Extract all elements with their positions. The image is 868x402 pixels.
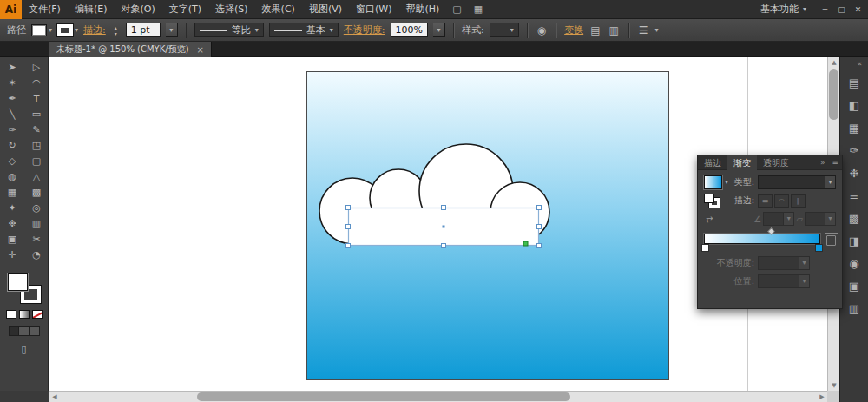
tool-selection[interactable]: ➤ — [0, 60, 24, 76]
reverse-gradient-icon[interactable]: ⇄ — [704, 214, 714, 224]
panel-icon-appearance[interactable]: ◉ — [840, 252, 868, 274]
menu-item[interactable]: 编辑(E) — [68, 0, 115, 19]
gradient-stop-start[interactable] — [701, 244, 709, 252]
tool-line-segment[interactable]: ╲ — [0, 107, 24, 122]
opacity-panel-link[interactable]: 不透明度: — [344, 23, 385, 36]
fill-color-control[interactable]: ▾ — [31, 24, 52, 36]
menu-item[interactable]: 窗口(W) — [349, 0, 398, 19]
tool-mesh[interactable]: ▦ — [0, 185, 24, 201]
tool-magic-wand[interactable]: ✶ — [0, 76, 24, 91]
tool-direct-selection[interactable]: ▷ — [24, 60, 49, 76]
draw-mode-buttons[interactable] — [9, 326, 40, 336]
delete-stop-icon[interactable] — [826, 235, 836, 246]
tool-zoom[interactable]: ◔ — [24, 247, 49, 263]
tool-symbol-sprayer[interactable]: ❉ — [0, 216, 24, 232]
gradient-swatch[interactable] — [704, 175, 722, 189]
minimize-button[interactable]: ─ — [817, 0, 833, 19]
recolor-artwork-icon[interactable]: ◉ — [536, 24, 548, 36]
tool-scale[interactable]: ◳ — [24, 138, 49, 154]
document-tab[interactable]: 未标题-1* @ 150% (CMYK/预览) × — [49, 42, 212, 57]
gradient-stop-end[interactable] — [815, 244, 823, 252]
close-button[interactable]: ✕ — [850, 0, 866, 19]
menu-item[interactable]: 文件(F) — [22, 0, 68, 19]
stroke-color-control[interactable]: ▾ — [57, 24, 78, 36]
workspace-switcher[interactable]: 基本功能 ▾ — [750, 3, 817, 16]
menu-item[interactable]: 帮助(H) — [398, 0, 446, 19]
stroke-panel-link[interactable]: 描边: — [83, 23, 106, 36]
gradient-type-select[interactable]: ▾ — [758, 175, 836, 189]
tool-column-graph[interactable]: ▥ — [24, 216, 49, 232]
distribute-icon[interactable]: ▥ — [608, 24, 621, 36]
tool-hand[interactable]: ✛ — [0, 247, 24, 263]
panel-icon-graphic-styles[interactable]: ▣ — [840, 274, 868, 297]
tool-type[interactable]: T — [24, 91, 49, 107]
color-button[interactable] — [6, 310, 16, 319]
tool-eyedropper[interactable]: ✦ — [0, 201, 24, 216]
stepper-down-icon[interactable]: ▾ — [111, 30, 121, 36]
menu-item[interactable]: 文字(T) — [162, 0, 208, 19]
horizontal-scroll-thumb[interactable] — [197, 392, 570, 401]
align-icon[interactable]: ▤ — [589, 24, 602, 36]
selection-handle[interactable] — [346, 206, 351, 210]
stroke-weight-dropdown[interactable]: ▾ — [166, 23, 178, 37]
stepper-up-icon[interactable]: ▴ — [111, 24, 121, 30]
panel-icon-layers[interactable]: ▥ — [840, 297, 868, 320]
close-tab-icon[interactable]: × — [197, 45, 204, 55]
tool-pencil[interactable]: ✎ — [24, 122, 49, 138]
menu-item[interactable]: 选择(S) — [208, 0, 255, 19]
gradient-fill-stroke-proxy[interactable] — [704, 194, 720, 208]
width-profile-select[interactable]: 等比 ▾ — [194, 23, 264, 37]
gradient-panel-header[interactable]: 描边 渐变 透明度 » ≡ — [698, 155, 842, 170]
selection-handle[interactable] — [537, 244, 542, 248]
selection-handle[interactable] — [346, 244, 351, 248]
stroke-weight-field[interactable]: 1 pt — [126, 23, 161, 37]
selection-handle[interactable] — [537, 225, 542, 229]
scroll-up-icon[interactable]: ▲ — [828, 57, 840, 68]
horizontal-scrollbar[interactable]: ◀ ▶ — [49, 391, 827, 402]
none-button[interactable] — [32, 310, 43, 319]
tab-transparency[interactable]: 透明度 — [757, 155, 795, 170]
selection-handle[interactable] — [442, 244, 446, 248]
panel-icon-symbols[interactable]: ❉ — [840, 161, 868, 184]
fill-swatch[interactable] — [31, 24, 47, 36]
restore-button[interactable]: ▢ — [833, 0, 850, 19]
selection-handle[interactable] — [537, 206, 542, 210]
selected-rectangle[interactable] — [346, 206, 542, 248]
panel-icon-gradient[interactable]: ▩ — [840, 207, 868, 229]
tab-gradient[interactable]: 渐变 — [727, 155, 757, 170]
tool-artboard[interactable]: ▣ — [0, 232, 24, 247]
opacity-field[interactable]: 100% — [391, 23, 428, 37]
menu-item[interactable]: 效果(C) — [255, 0, 302, 19]
scroll-left-icon[interactable]: ◀ — [49, 392, 60, 402]
screen-mode-button[interactable]: ▯ — [16, 344, 33, 356]
panel-icon-brushes[interactable]: ✑ — [840, 139, 868, 161]
menu-item[interactable]: 视图(V) — [302, 0, 349, 19]
scroll-right-icon[interactable]: ▶ — [817, 392, 827, 402]
tool-rotate[interactable]: ↻ — [0, 138, 24, 154]
gradient-swatch-menu-icon[interactable]: ▾ — [725, 179, 728, 186]
options-menu-icon[interactable]: ☰ — [637, 24, 650, 36]
panel-icon-swatches[interactable]: ▦ — [840, 116, 868, 139]
panel-icon-transparency[interactable]: ◨ — [840, 229, 868, 252]
gradient-ramp[interactable] — [704, 234, 820, 244]
fill-proxy-swatch[interactable] — [8, 273, 28, 291]
tool-slice[interactable]: ✂ — [24, 232, 49, 247]
panel-menu-icon[interactable]: ≡ — [828, 158, 842, 167]
tab-stroke[interactable]: 描边 — [698, 155, 727, 170]
panel-icon-color-guide[interactable]: ◧ — [840, 94, 868, 116]
tool-rectangle[interactable]: ▭ — [24, 107, 49, 122]
vertical-scroll-thumb[interactable] — [829, 69, 838, 120]
panel-icon-stroke[interactable]: ≡ — [840, 184, 868, 207]
brush-definition-select[interactable]: 基本 ▾ — [269, 23, 339, 37]
tool-perspective-grid[interactable]: △ — [24, 169, 49, 185]
panel-icon-color[interactable]: ▤ — [840, 71, 868, 94]
arrange-documents-icon[interactable]: ▦ — [468, 3, 489, 15]
tool-gradient[interactable]: ▩ — [24, 185, 49, 201]
gradient-button[interactable] — [19, 310, 30, 319]
gradient-midpoint-handle[interactable] — [767, 227, 774, 234]
stroke-swatch[interactable] — [57, 24, 73, 36]
tool-width[interactable]: ◇ — [0, 154, 24, 169]
stroke-weight-stepper[interactable]: ▴ ▾ — [111, 24, 121, 36]
collapse-panel-icon[interactable]: » — [817, 158, 829, 167]
tool-free-transform[interactable]: ▢ — [24, 154, 49, 169]
